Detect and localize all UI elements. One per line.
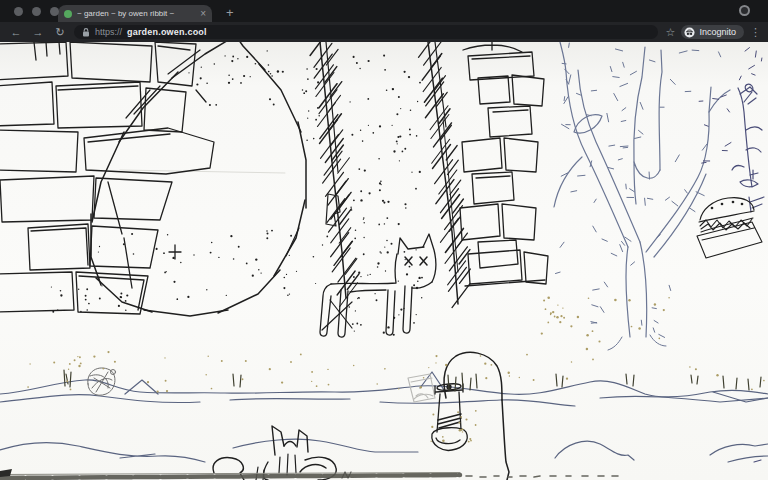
garden-drawing-canvas[interactable]	[0, 42, 768, 480]
purple-leaf-dashes	[699, 48, 762, 164]
cat-x-eye-left	[405, 257, 412, 265]
flower-plant	[732, 84, 764, 462]
forward-button[interactable]: →	[30, 25, 46, 39]
cat-with-x-eyes	[320, 234, 436, 337]
garden-sketch	[0, 42, 768, 480]
soil-band	[0, 469, 618, 478]
incognito-badge: Incognito	[681, 25, 744, 39]
cat-x-eye-right	[420, 257, 427, 265]
back-button[interactable]: ←	[8, 25, 24, 39]
incognito-spy-icon	[684, 27, 695, 38]
lock-icon	[82, 28, 90, 37]
submerged-cat	[213, 426, 351, 480]
reload-button[interactable]: ↻	[52, 25, 68, 39]
browser-toolbar: ← → ↻ https://garden.owen.cool ☆ Incogni…	[0, 22, 768, 42]
minimize-window-button[interactable]	[32, 7, 41, 16]
gravel-path-dots	[51, 50, 423, 336]
bookmark-star-icon[interactable]: ☆	[666, 26, 676, 39]
tab-title: ~ garden ~ by owen ribbit ~	[77, 9, 195, 18]
browser-menu-icon[interactable]: ⋮	[750, 26, 760, 39]
tab-close-icon[interactable]: ×	[200, 9, 206, 19]
tab-strip: ~ garden ~ by owen ribbit ~ × +	[0, 0, 768, 22]
incognito-label: Incognito	[699, 27, 736, 37]
brick-column-right	[460, 42, 548, 286]
tab-favicon-icon	[64, 10, 72, 18]
url-scheme: https://	[95, 27, 122, 37]
browser-window: ~ garden ~ by owen ribbit ~ × + ← → ↻ ht…	[0, 0, 768, 480]
brick-wall-left	[0, 42, 214, 314]
tab-garden[interactable]: ~ garden ~ by owen ribbit ~ ×	[58, 5, 212, 22]
url-host: garden.owen.cool	[127, 27, 207, 37]
address-bar[interactable]: https://garden.owen.cool	[74, 25, 658, 39]
close-window-button[interactable]	[14, 7, 23, 16]
burger-doodle	[697, 198, 762, 258]
new-tab-button[interactable]: +	[226, 6, 234, 19]
spool-with-long-line	[432, 352, 509, 480]
traffic-lights	[14, 7, 59, 16]
zoom-window-button[interactable]	[50, 7, 59, 16]
incognito-profile-icon[interactable]	[739, 5, 750, 16]
pond-waterline	[0, 372, 768, 462]
sand-specks	[27, 297, 764, 443]
grass-tufts	[64, 370, 761, 391]
sketch-tree	[554, 42, 730, 350]
